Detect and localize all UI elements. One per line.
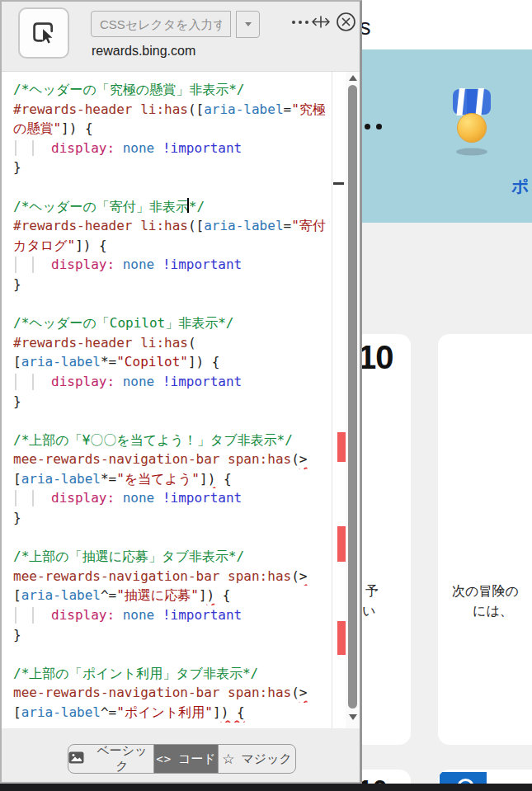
- code-line: /*上部の「¥〇〇を当てよう！」タブ非表示*/: [13, 431, 332, 450]
- points-value: 10: [358, 339, 393, 376]
- code-line: #rewards-header li:has([aria-label="寄付: [13, 216, 332, 236]
- scroll-up-arrow-icon[interactable]: [349, 75, 357, 81]
- annotation-ruler: [332, 72, 346, 728]
- code-line: [aria-label^="ポイント利用"]) {: [13, 703, 332, 723]
- code-line: [aria-label*="Copilot"]) {: [13, 352, 332, 372]
- code-line: display: none !important: [13, 605, 332, 625]
- editor-scrollbar[interactable]: [346, 72, 360, 728]
- panel-header: rewards.bing.com: [2, 2, 360, 72]
- text-cursor: [187, 198, 189, 213]
- code-line: [13, 644, 332, 664]
- card-text-fragment: い: [362, 603, 375, 620]
- code-line: display: none !important: [13, 255, 332, 275]
- code-line: }: [13, 158, 332, 177]
- code-line: [aria-label*="を当てよう"]) {: [13, 469, 332, 489]
- tab-label: ベーシック: [91, 744, 153, 774]
- code-line: #rewards-header li:has(: [13, 333, 332, 353]
- tab-label: マジック: [241, 751, 291, 767]
- code-lines: /*ヘッダーの「究極の懸賞」非表示*/#rewards-header li:ha…: [2, 72, 332, 728]
- card-text-fragment: 次の冒険の: [452, 583, 519, 600]
- code-line: /*ヘッダーの「寄付」非表示*/: [13, 197, 332, 217]
- error-mark: [337, 621, 346, 655]
- code-line: display: none !important: [13, 139, 332, 158]
- points-link-fragment[interactable]: ポ: [511, 175, 530, 198]
- code-line: カタログ"]) {: [13, 236, 332, 256]
- site-label: rewards.bing.com: [92, 44, 195, 59]
- element-picker-icon: [31, 19, 57, 48]
- code-line: /*上部の「ポイント利用」タブ非表示*/: [13, 664, 332, 684]
- tab-magic[interactable]: ☆ マジック: [218, 745, 295, 773]
- mode-switcher: ベーシック <> コード ☆ マジック: [68, 744, 296, 774]
- code-line: /*上部の「抽選に応募」タブ非表示*/: [13, 547, 332, 567]
- code-line: /*ヘッダーの「Copilot」非表示*/: [13, 313, 332, 333]
- code-line: /*ヘッダーの「究極の懸賞」非表示*/: [13, 80, 332, 100]
- chevron-down-icon: [245, 22, 252, 26]
- cursor-position-mark: [333, 182, 344, 185]
- selector-dropdown-button[interactable]: [236, 11, 260, 38]
- ellipsis-dot: [376, 124, 382, 129]
- medal-icon: [450, 87, 493, 165]
- code-line: [13, 177, 332, 197]
- card-text-fragment: 予: [365, 583, 379, 600]
- stylebot-panel: rewards.bing.com: [0, 0, 362, 784]
- code-line: mee-rewards-navigation-bar span:has(>: [13, 450, 332, 469]
- error-mark: [337, 432, 346, 462]
- code-icon: <>: [156, 752, 172, 765]
- code-line: display: none !important: [13, 372, 332, 392]
- code-line: }: [13, 275, 332, 294]
- more-options-button[interactable]: [290, 15, 311, 30]
- code-line: }: [13, 392, 332, 412]
- ellipsis-dot: [365, 124, 370, 129]
- css-selector-input[interactable]: [91, 11, 231, 37]
- taskbar-strip: [0, 784, 532, 791]
- tab-code[interactable]: <> コード: [153, 745, 218, 773]
- scrollbar-thumb[interactable]: [348, 85, 357, 709]
- code-line: [aria-label^="抽選に応募"]) {: [13, 586, 332, 605]
- panel-footer: ベーシック <> コード ☆ マジック: [2, 729, 360, 782]
- tab-label: コード: [178, 751, 216, 767]
- css-code-editor[interactable]: /*ヘッダーの「究極の懸賞」非表示*/#rewards-header li:ha…: [2, 72, 360, 728]
- code-line: mee-rewards-navigation-bar span:has(>: [13, 567, 332, 586]
- resize-panel-button[interactable]: [311, 16, 331, 31]
- image-icon: [68, 751, 84, 766]
- more-options-icon: [292, 21, 295, 24]
- resize-panel-icon: [311, 18, 331, 31]
- code-line: mee-rewards-navigation-bar span:has(>: [13, 683, 332, 703]
- code-line: display: none !important: [13, 488, 332, 508]
- close-icon: [335, 23, 357, 35]
- star-icon: ☆: [222, 752, 234, 766]
- tab-basic[interactable]: ベーシック: [68, 745, 153, 773]
- code-line: }: [13, 625, 332, 645]
- screen: s: [0, 0, 532, 791]
- code-line: #rewards-header li:has([aria-label="究極: [13, 100, 332, 120]
- adventure-card[interactable]: 次の冒険の には、: [438, 334, 532, 745]
- code-line: }: [13, 508, 332, 528]
- element-picker-button[interactable]: [18, 7, 69, 59]
- error-mark: [337, 526, 346, 562]
- code-line: の懸賞"]) {: [13, 119, 332, 139]
- code-line: [13, 528, 332, 548]
- card-text-fragment: には、: [473, 603, 513, 620]
- close-panel-button[interactable]: [335, 11, 357, 35]
- scroll-down-arrow-icon[interactable]: [349, 714, 357, 720]
- code-line: [13, 294, 332, 314]
- code-line: [13, 411, 332, 431]
